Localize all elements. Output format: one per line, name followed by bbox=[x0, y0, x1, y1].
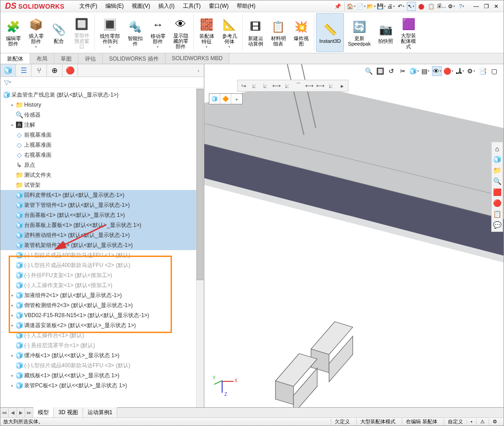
view-orient-icon[interactable]: 🧊▾ bbox=[409, 66, 419, 76]
zoom-fit-icon[interactable]: 🔍 bbox=[364, 66, 374, 76]
help-icon[interactable]: ?▾ bbox=[457, 2, 466, 11]
tree-scroll-thumb[interactable] bbox=[197, 89, 203, 280]
tree-item-6[interactable]: ↳原点 bbox=[0, 160, 204, 170]
forum-icon[interactable]: 💬 bbox=[493, 220, 502, 230]
radial-icon[interactable]: ⌒ bbox=[293, 81, 303, 90]
save-icon[interactable]: 💾▾ bbox=[377, 2, 386, 11]
ribbon-6[interactable]: ↔移动零 部件▾ bbox=[147, 13, 169, 52]
window-close-icon[interactable]: ✕ bbox=[492, 2, 501, 11]
menu-窗口(W)[interactable]: 窗口(W) bbox=[205, 0, 232, 12]
tree-item-7[interactable]: 📁测试文件夹 bbox=[0, 170, 204, 180]
tree-item-18[interactable]: 🧊(-) 人工操作支架<1> (默认<按加工>) bbox=[0, 280, 204, 290]
custom-props-icon[interactable]: 📋 bbox=[493, 209, 502, 219]
appearance-icon[interactable]: 🔴▾ bbox=[443, 66, 453, 76]
status-alert-icon[interactable]: ⚠ bbox=[476, 419, 488, 425]
feature-tree[interactable]: 🧊采血管生产线总装 (默认<默认_显示状态-1>) ▸📁History🔍传感器▸… bbox=[0, 88, 204, 408]
tree-item-24[interactable]: 🧊(-) 悬挂层流罩平台<1> (默认) bbox=[0, 340, 204, 350]
pin-icon[interactable]: 📌 bbox=[333, 2, 343, 11]
tree-item-2[interactable]: ▸🅰注解 bbox=[0, 120, 204, 130]
tree-item-10[interactable]: 🧊装管下管组件<1> (默认<默认_显示状态-1>) bbox=[0, 200, 204, 210]
tree-item-27[interactable]: ▸🧊藏线板<1> (默认<<默认>_显示状态 1>) bbox=[0, 370, 204, 380]
snapshot-icon[interactable]: 📑 bbox=[478, 66, 488, 76]
ribbon-7[interactable]: 👁显示隐 藏的零 部件 bbox=[170, 13, 192, 52]
tree-item-0[interactable]: ▸📁History bbox=[0, 100, 204, 110]
options-icon[interactable]: 📋 bbox=[427, 2, 436, 11]
window-restore-icon[interactable]: ❐ bbox=[482, 2, 491, 11]
library-icon[interactable]: 📁 bbox=[493, 165, 502, 175]
tree-item-5[interactable]: ◇右视基准面 bbox=[0, 150, 204, 160]
settings-icon[interactable]: ⚙▾ bbox=[447, 2, 456, 11]
menu-视图(V)[interactable]: 视图(V) bbox=[128, 0, 154, 12]
tree-item-16[interactable]: 🧊(-) L型挂片成品400新款马达FFU <2> (默认) bbox=[0, 260, 204, 270]
window-minimize-icon[interactable]: — bbox=[472, 2, 481, 11]
rebuild-icon[interactable]: ⬤ bbox=[417, 2, 426, 11]
expand-panel-icon[interactable]: › bbox=[193, 64, 204, 77]
ribbon-9[interactable]: 📐参考几 何体▾ bbox=[218, 13, 240, 52]
home-pane-icon[interactable]: ⌂ bbox=[493, 144, 502, 154]
next-tab-icon[interactable]: ▶ bbox=[17, 408, 25, 417]
assembly-chip[interactable]: 🧊 🔶 ▸ bbox=[209, 93, 243, 104]
tree-item-1[interactable]: 🔍传感器 bbox=[0, 110, 204, 120]
display-style-icon[interactable]: ▤▾ bbox=[421, 66, 431, 76]
ribbon-tab-3[interactable]: 评估 bbox=[78, 53, 103, 64]
zoom-area-icon[interactable]: 🔲 bbox=[375, 66, 385, 76]
tool-1-icon[interactable]: ↪ bbox=[239, 81, 249, 90]
tree-item-13[interactable]: 🧊进料推动组件<1> (默认<默认_显示状态-1>) bbox=[0, 230, 204, 240]
ribbon-12[interactable]: 💥爆炸视 图 bbox=[290, 13, 312, 52]
tree-item-4[interactable]: ◇上视基准面 bbox=[0, 140, 204, 150]
angle-dim-icon[interactable]: ⟀ bbox=[282, 81, 292, 90]
ribbon-11[interactable]: 📋材料明 细表 bbox=[267, 13, 289, 52]
ribbon-2[interactable]: 📎配合 bbox=[48, 13, 70, 52]
tree-item-23[interactable]: 🧊(-) 人工操作台<1> (默认) bbox=[0, 330, 204, 340]
tree-item-21[interactable]: ▸🧊VBD02-F15-R28-N15<1> (默认<默认_显示状态-1>) bbox=[0, 310, 204, 320]
linear-dim-icon[interactable]: ⟷ bbox=[271, 81, 281, 90]
config-tab-icon[interactable]: ⑂ bbox=[31, 64, 47, 77]
ribbon-tab-0[interactable]: 装配体 bbox=[0, 53, 30, 64]
tree-item-19[interactable]: ▸🧊加液组件2<1> (默认<默认_显示状态-1>) bbox=[0, 290, 204, 300]
ribbon-1[interactable]: 📦插入零 部件▾ bbox=[25, 13, 47, 52]
tree-item-25[interactable]: ▸🧊缓冲板<1> (默认<<默认>_显示状态 1>) bbox=[0, 350, 204, 360]
open-icon[interactable]: 📂▾ bbox=[367, 2, 376, 11]
undo-icon[interactable]: ↶▾ bbox=[397, 2, 406, 11]
tree-item-14[interactable]: 🧊装管机架组件2<1> (默认<默认_显示状态-1>) bbox=[0, 240, 204, 250]
ribbon-16[interactable]: 🟪大型装 配体模 式 bbox=[398, 13, 420, 52]
bottom-tab-1[interactable]: 3D 视图 bbox=[54, 407, 83, 418]
filter-toggle-icon[interactable]: ▢ bbox=[489, 66, 499, 76]
tree-item-17[interactable]: 🧊(-) 外挂FFU支架<1> (默认<按加工>) bbox=[0, 270, 204, 280]
chip-component-icon[interactable]: 🔶 bbox=[220, 94, 231, 104]
new-icon[interactable]: 📄▾ bbox=[357, 2, 366, 11]
feature-tree-tab-icon[interactable]: 🧊 bbox=[0, 64, 16, 77]
ribbon-tab-2[interactable]: 草图 bbox=[54, 53, 78, 64]
tree-item-8[interactable]: 📁试管架 bbox=[0, 180, 204, 190]
chain-dim-icon[interactable]: ⟷ bbox=[304, 81, 314, 90]
tree-item-9[interactable]: 🧊回料皮带线<1> (默认<默认_显示状态-1>) bbox=[0, 190, 204, 200]
menu-工具(T)[interactable]: 工具(T) bbox=[179, 0, 204, 12]
menu-帮助(H)[interactable]: 帮助(H) bbox=[233, 0, 259, 12]
tree-item-15[interactable]: 🧊(-) L型挂片成品400新款马达FFU <1> (默认)… bbox=[0, 250, 204, 260]
caliper-icon[interactable]: ⟀ bbox=[260, 81, 270, 90]
menu-插入(I)[interactable]: 插入(I) bbox=[155, 0, 178, 12]
view-palette-icon[interactable]: 🟥 bbox=[493, 187, 502, 197]
bottom-tab-2[interactable]: 运动算例1 bbox=[83, 407, 118, 418]
ordinate-icon[interactable]: ⟷ bbox=[315, 81, 325, 90]
tree-item-20[interactable]: ▸🧊倒管检测组件2<3> (默认<默认_显示状态-1>) bbox=[0, 300, 204, 310]
baseline-icon[interactable]: ⟀ bbox=[326, 81, 336, 90]
tree-item-22[interactable]: ▸🧊调速器安装板<2> (默认<<默认>_显示状态 1>) bbox=[0, 320, 204, 330]
measure-icon[interactable]: ⟀ bbox=[249, 81, 260, 90]
ribbon-0[interactable]: 🧩编辑零 部件 bbox=[2, 13, 24, 52]
select-icon[interactable]: ↖▾ bbox=[407, 2, 416, 11]
print-icon[interactable]: 🖨▾ bbox=[387, 2, 396, 11]
appearances-icon[interactable]: 🔴 bbox=[493, 198, 502, 208]
ribbon-tab-5[interactable]: SOLIDWORKS MBD bbox=[166, 53, 229, 64]
status-dropdown-icon[interactable]: ▾ bbox=[467, 420, 476, 424]
tree-item-3[interactable]: ◇前视基准面 bbox=[0, 130, 204, 140]
bottom-tab-0[interactable]: 模型 bbox=[33, 407, 54, 418]
chip-assembly-icon[interactable]: 🧊 bbox=[209, 94, 220, 104]
home-icon[interactable]: 🏠▾ bbox=[347, 2, 356, 11]
tree-scrollbar[interactable] bbox=[196, 88, 204, 408]
hide-show-icon[interactable]: 👁▾ bbox=[432, 66, 442, 76]
prev-tab-icon[interactable]: ◀ bbox=[9, 408, 17, 417]
section-icon[interactable]: ✂ bbox=[398, 66, 408, 76]
tree-item-26[interactable]: 🧊(-) L型挂片成品400新款马达FFU <3> (默认) bbox=[0, 360, 204, 370]
ribbon-tab-1[interactable]: 布局 bbox=[30, 53, 54, 64]
